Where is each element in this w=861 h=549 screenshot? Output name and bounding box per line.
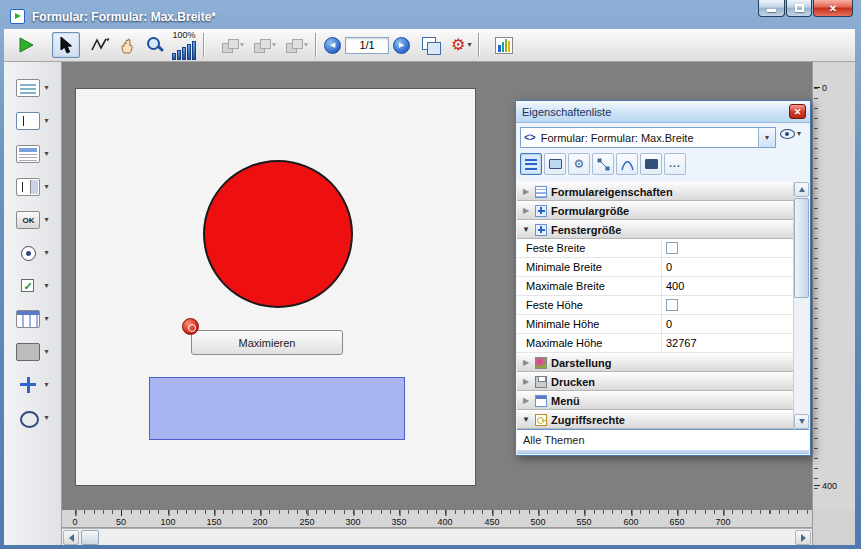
- tool-combobox[interactable]: ▾: [16, 177, 48, 197]
- chevron-right-icon: ▶: [521, 187, 531, 196]
- scrollbar-thumb[interactable]: [81, 530, 99, 545]
- permissions-icon: [535, 414, 547, 426]
- group-darstellung[interactable]: ▶ Darstellung: [517, 353, 794, 372]
- feste-breite-checkbox[interactable]: [666, 242, 678, 254]
- draw-tool-button[interactable]: [90, 36, 112, 54]
- titlebar: Formular: Formular: Max.Breite*: [4, 4, 857, 29]
- scroll-down-button[interactable]: [794, 414, 809, 429]
- check-icon: ✓: [21, 279, 34, 292]
- property-value-cell[interactable]: 32767: [661, 334, 794, 352]
- tool-radio-button[interactable]: ▾: [16, 243, 48, 263]
- group-formulareigenschaften[interactable]: ▶ Formulareigenschaften: [517, 182, 794, 201]
- settings-button[interactable]: ⚙ ▾: [451, 37, 471, 53]
- group-formulargroesse[interactable]: ▶ Formulargröße: [517, 201, 794, 220]
- property-value-cell[interactable]: 0: [661, 258, 794, 276]
- ruler-label: 400: [822, 481, 837, 491]
- widget-toolbox: ▾ ▾ ▾ ▾ OK▾ ▾ ✓▾ ▾ ▾ ▾ ▾: [4, 62, 62, 545]
- ruler-label: 350: [391, 517, 406, 527]
- tab-settings[interactable]: ⚙: [568, 153, 590, 175]
- app-icon: [10, 9, 25, 24]
- property-row-maximale-hoehe: Maximale Höhe 32767: [517, 334, 794, 353]
- ruler-label: 250: [299, 517, 314, 527]
- tool-checkbox[interactable]: ✓▾: [16, 276, 48, 296]
- align-icon: [221, 38, 238, 53]
- align-tool-button[interactable]: ▾: [221, 38, 244, 53]
- next-page-button[interactable]: ▶: [393, 37, 410, 54]
- object-selector-value: Formular: Formular: Max.Breite: [541, 132, 758, 144]
- tool-panel[interactable]: ▾: [16, 342, 48, 362]
- scroll-left-button[interactable]: [63, 530, 79, 545]
- run-form-button[interactable]: [16, 35, 36, 55]
- panel-scrollbar[interactable]: [793, 182, 809, 429]
- form-properties-icon: [535, 186, 547, 198]
- group-zugriffsrechte[interactable]: ▼ Zugriffsrechte: [517, 410, 794, 429]
- tab-property-list[interactable]: [520, 153, 542, 175]
- visibility-filter-button[interactable]: ▾: [780, 129, 801, 139]
- property-value-cell[interactable]: [661, 296, 794, 314]
- chevron-down-icon: ▾: [44, 84, 48, 92]
- toolbar-separator: [478, 33, 480, 57]
- zoom-tool-button[interactable]: [144, 34, 166, 56]
- group-tool-button[interactable]: ▾: [285, 38, 308, 53]
- ruler-label: 450: [484, 517, 499, 527]
- gear-icon: ⚙: [451, 37, 465, 53]
- panel-resize-strip[interactable]: [517, 450, 809, 454]
- select-tool-button[interactable]: [52, 32, 80, 58]
- property-row-feste-breite: Feste Breite: [517, 239, 794, 258]
- windows-overview-button[interactable]: [422, 37, 441, 54]
- tool-table[interactable]: ▾: [16, 309, 48, 329]
- tool-label[interactable]: ▾: [16, 78, 48, 98]
- object-selector-combo[interactable]: <> Formular: Formular: Max.Breite ▾: [520, 127, 776, 148]
- tool-text-input[interactable]: ▾: [16, 111, 48, 131]
- close-window-button[interactable]: ✕: [813, 0, 853, 17]
- property-value-cell[interactable]: 400: [661, 277, 794, 295]
- pan-tool-button[interactable]: [118, 35, 138, 55]
- previous-page-button[interactable]: ◀: [324, 37, 341, 54]
- chevron-down-icon: ▾: [44, 117, 48, 125]
- maximieren-button[interactable]: Maximieren: [191, 330, 343, 355]
- button-tool-icon: OK: [16, 211, 40, 229]
- properties-panel-titlebar[interactable]: Eigenschaftenliste ✕: [516, 101, 810, 123]
- group-fenstergroesse[interactable]: ▼ Fenstergröße: [517, 220, 794, 239]
- magnifier-icon: [145, 35, 165, 55]
- window-controls: ✕: [757, 0, 853, 17]
- horizontal-scrollbar[interactable]: [62, 528, 812, 545]
- maximize-window-button[interactable]: [786, 0, 812, 17]
- property-label: Minimale Höhe: [517, 315, 661, 333]
- form-design-surface[interactable]: Maximieren: [75, 88, 476, 486]
- scroll-up-button[interactable]: [794, 182, 809, 197]
- tool-crosshair[interactable]: ▾: [16, 375, 48, 395]
- minimize-button[interactable]: [758, 0, 785, 17]
- tab-preview[interactable]: [640, 153, 662, 175]
- rectangle-widget[interactable]: [149, 377, 405, 440]
- zoom-level-control[interactable]: 100%: [172, 31, 196, 60]
- tool-ellipse[interactable]: ▾: [16, 408, 48, 428]
- combo-dropdown-button[interactable]: ▾: [758, 128, 775, 147]
- monitor-dark-icon: [645, 159, 658, 169]
- chevron-down-icon: ▾: [44, 315, 48, 323]
- group-label: Menü: [551, 395, 580, 407]
- chart-button[interactable]: [495, 37, 513, 54]
- feste-hoehe-checkbox[interactable]: [666, 299, 678, 311]
- group-drucken[interactable]: ▶ Drucken: [517, 372, 794, 391]
- tab-display[interactable]: [544, 153, 566, 175]
- list-icon: [525, 159, 537, 170]
- arrange-tool-button[interactable]: ▾: [253, 38, 276, 53]
- tab-curves[interactable]: [616, 153, 638, 175]
- property-value-cell[interactable]: [661, 239, 794, 257]
- tab-connections[interactable]: [592, 153, 614, 175]
- property-value-cell[interactable]: 0: [661, 315, 794, 333]
- group-menue[interactable]: ▶ Menü: [517, 391, 794, 410]
- combobox-tool-icon: [16, 178, 40, 196]
- scroll-right-button[interactable]: [795, 530, 811, 545]
- tool-listbox[interactable]: ▾: [16, 144, 48, 164]
- window-title: Formular: Formular: Max.Breite*: [32, 10, 216, 24]
- forward-icon: ▶: [399, 41, 404, 49]
- circle-widget[interactable]: [203, 160, 353, 308]
- scrollbar-thumb[interactable]: [794, 198, 809, 298]
- tool-button[interactable]: OK▾: [16, 210, 48, 230]
- left-arrow-icon: [69, 534, 74, 542]
- panel-close-button[interactable]: ✕: [789, 104, 806, 119]
- tab-more[interactable]: ...: [664, 153, 686, 175]
- chevron-right-icon: ▶: [521, 206, 531, 215]
